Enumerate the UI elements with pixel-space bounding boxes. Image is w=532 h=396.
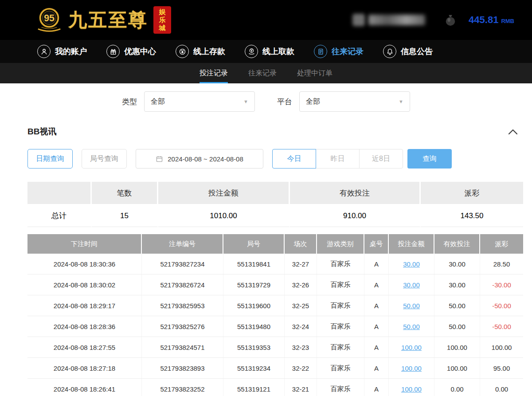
game-type-cell: 百家乐 <box>317 295 364 316</box>
bet-id-cell: 521793823252 <box>142 379 223 396</box>
nav-item-withdraw[interactable]: 线上取款 <box>245 45 294 58</box>
bet-time-cell: 2024-08-08 18:28:36 <box>27 316 142 337</box>
round-cell: 551319600 <box>223 295 285 316</box>
user-icon <box>37 45 51 58</box>
bet-time-cell: 2024-08-08 18:26:41 <box>27 379 142 396</box>
bet-amount-link[interactable]: 30.00 <box>389 254 434 274</box>
username-blur <box>368 15 425 25</box>
logo-emblem-icon: 95 <box>35 6 63 34</box>
bet-time-cell: 2024-08-08 18:29:17 <box>27 295 142 316</box>
tab-transaction-records[interactable]: 往来记录 <box>248 63 277 83</box>
round-cell: 551319729 <box>223 274 285 295</box>
site-logo[interactable]: 95 九五至尊 娱乐城 <box>35 6 171 34</box>
valid-bet-cell: 100.00 <box>434 337 480 357</box>
col-valid-bet: 有效投注 <box>434 234 480 254</box>
summary-count-value: 15 <box>92 205 158 227</box>
search-button[interactable]: 查询 <box>407 149 452 169</box>
nav-item-my-account[interactable]: 我的账户 <box>37 45 87 58</box>
summary-header-row: 笔数 投注金额 有效投注 派彩 <box>27 182 523 204</box>
summary-header-count: 笔数 <box>92 182 158 204</box>
username-redacted <box>352 14 425 26</box>
tab-bet-records[interactable]: 投注记录 <box>200 63 228 83</box>
nav-item-label: 线上存款 <box>193 46 225 57</box>
last8days-button[interactable]: 近8日 <box>359 149 403 169</box>
payout-cell: -50.00 <box>480 316 523 337</box>
game-type-cell: 百家乐 <box>317 274 364 295</box>
announcement-icon <box>383 45 396 58</box>
summary-valid-bet-value: 910.00 <box>290 205 421 227</box>
session-cell: 32-25 <box>285 295 317 316</box>
type-select[interactable]: 全部 ▼ <box>144 91 255 112</box>
col-bet-time: 下注时间 <box>27 234 142 254</box>
summary-header-bet-amount: 投注金额 <box>158 182 290 204</box>
bet-id-cell: 521793827234 <box>142 254 223 274</box>
table-row: 2024-08-08 18:30:36 521793827234 5513198… <box>27 254 523 274</box>
session-cell: 32-21 <box>285 379 317 396</box>
records-table: 下注时间 注单编号 局号 场次 游戏类别 桌号 投注金额 有效投注 派彩 202… <box>27 234 523 396</box>
payout-cell: 28.50 <box>480 254 523 274</box>
valid-bet-cell: 100.00 <box>434 358 480 378</box>
platform-select-value: 全部 <box>306 97 320 106</box>
nav-item-records[interactable]: 往来记录 <box>314 45 364 58</box>
table-row: 2024-08-08 18:29:17 521793825953 5513196… <box>27 295 523 316</box>
session-cell: 32-24 <box>285 316 317 337</box>
records-header-row: 下注时间 注单编号 局号 场次 游戏类别 桌号 投注金额 有效投注 派彩 <box>27 234 523 254</box>
bet-id-cell: 521793825276 <box>142 316 223 337</box>
nav-item-promotions[interactable]: 优惠中心 <box>106 45 156 58</box>
today-button[interactable]: 今日 <box>272 149 316 169</box>
user-area: 445.81 RMB <box>352 13 514 27</box>
bet-time-cell: 2024-08-08 18:30:02 <box>27 274 142 295</box>
bet-amount-link[interactable]: 100.00 <box>389 337 434 357</box>
svg-text:95: 95 <box>44 13 55 24</box>
session-cell: 32-23 <box>285 337 317 357</box>
table-no-cell: A <box>364 379 389 396</box>
session-cell: 32-22 <box>285 358 317 378</box>
nav-item-deposit[interactable]: 线上存款 <box>176 45 225 58</box>
table-row: 2024-08-08 18:27:18 521793823893 5513192… <box>27 358 523 379</box>
table-row: 2024-08-08 18:27:55 521793824571 5513193… <box>27 337 523 358</box>
main-content: 类型 全部 ▼ 平台 全部 ▼ BB视讯 日期查询 局号查询 2024-08-0… <box>0 83 532 396</box>
summary-total-label: 总计 <box>27 205 92 227</box>
bet-amount-link[interactable]: 30.00 <box>389 274 434 295</box>
logo-title: 九五至尊 <box>68 8 148 32</box>
date-range-value: 2024-08-08 ~ 2024-08-08 <box>168 155 243 163</box>
col-table-no: 桌号 <box>364 234 389 254</box>
session-cell: 32-26 <box>285 274 317 295</box>
type-select-value: 全部 <box>151 97 165 106</box>
table-row: 2024-08-08 18:28:36 521793825276 5513194… <box>27 316 523 337</box>
round-cell: 551319121 <box>223 379 285 396</box>
summary-header-payout: 派彩 <box>421 182 523 204</box>
platform-select[interactable]: 全部 ▼ <box>299 91 410 112</box>
bet-amount-link[interactable]: 50.00 <box>389 295 434 316</box>
yesterday-button[interactable]: 昨日 <box>316 149 360 169</box>
sub-nav: 投注记录 往来记录 处理中订单 <box>0 63 532 83</box>
table-no-cell: A <box>364 295 389 316</box>
round-cell: 551319234 <box>223 358 285 378</box>
date-query-button[interactable]: 日期查询 <box>27 149 73 169</box>
summary-table: 笔数 投注金额 有效投注 派彩 总计 15 1010.00 910.00 143… <box>27 182 523 227</box>
section-header: BB视讯 <box>27 126 523 137</box>
collapse-chevron-up-icon[interactable] <box>508 129 523 135</box>
payout-cell: 95.00 <box>480 358 523 378</box>
query-toolbar: 日期查询 局号查询 2024-08-08 ~ 2024-08-08 今日 昨日 … <box>27 149 523 169</box>
tab-processing-orders[interactable]: 处理中订单 <box>297 63 332 83</box>
bet-time-cell: 2024-08-08 18:27:18 <box>27 358 142 378</box>
bet-amount-link[interactable]: 50.00 <box>389 316 434 337</box>
bet-amount-link[interactable]: 100.00 <box>389 379 434 396</box>
nav-item-announcements[interactable]: 信息公告 <box>383 45 433 58</box>
bet-id-cell: 521793825953 <box>142 295 223 316</box>
chevron-down-icon: ▼ <box>399 99 403 104</box>
round-cell: 551319480 <box>223 316 285 337</box>
valid-bet-cell: 30.00 <box>434 254 480 274</box>
records-body: 2024-08-08 18:30:36 521793827234 5513198… <box>27 254 523 396</box>
game-type-cell: 百家乐 <box>317 337 364 357</box>
round-query-button[interactable]: 局号查询 <box>82 149 127 169</box>
top-bar: 95 九五至尊 娱乐城 445.81 RMB <box>0 0 532 40</box>
gift-icon <box>106 45 120 58</box>
deposit-icon <box>176 45 189 58</box>
round-cell: 551319841 <box>223 254 285 274</box>
table-no-cell: A <box>364 274 389 295</box>
col-game-type: 游戏类别 <box>317 234 364 254</box>
date-range-picker[interactable]: 2024-08-08 ~ 2024-08-08 <box>136 149 263 169</box>
bet-amount-link[interactable]: 100.00 <box>389 358 434 378</box>
